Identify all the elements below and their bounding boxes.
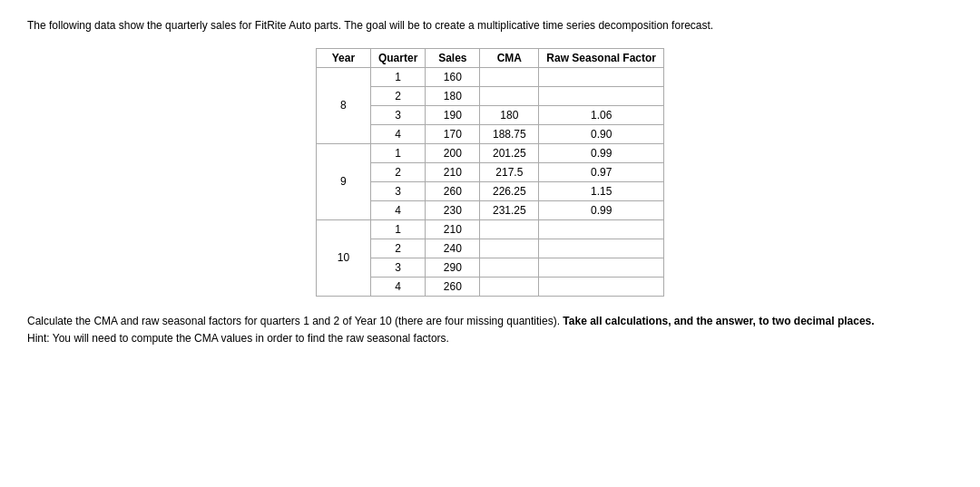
data-table: Year Quarter Sales CMA Raw Seasonal Fact…: [316, 48, 664, 297]
header-quarter: Quarter: [370, 48, 425, 67]
year-cell: 9: [316, 143, 370, 219]
sales-cell: 180: [426, 86, 480, 105]
quarter-cell: 3: [370, 181, 425, 200]
quarter-cell: 1: [370, 143, 425, 162]
table-container: Year Quarter Sales CMA Raw Seasonal Fact…: [27, 48, 953, 297]
cma-cell: 188.75: [480, 124, 539, 143]
rsf-cell: 1.06: [539, 105, 664, 124]
cma-cell: 180: [480, 105, 539, 124]
sales-cell: 240: [426, 239, 480, 258]
cma-cell: [480, 86, 539, 105]
cma-cell: 231.25: [480, 200, 539, 219]
footer-line2: Hint: You will need to compute the CMA v…: [27, 330, 953, 347]
cma-cell: [480, 67, 539, 86]
rsf-cell: [539, 239, 664, 258]
rsf-cell: [539, 258, 664, 277]
sales-cell: 160: [426, 67, 480, 86]
quarter-cell: 1: [370, 219, 425, 239]
table-row: 101210: [316, 219, 663, 239]
cma-cell: [480, 258, 539, 277]
sales-cell: 260: [426, 181, 480, 200]
year-cell: 10: [316, 219, 370, 296]
sales-cell: 210: [426, 219, 480, 239]
header-sales: Sales: [426, 48, 480, 67]
year-cell: 8: [316, 67, 370, 143]
header-year: Year: [316, 48, 370, 67]
quarter-cell: 4: [370, 277, 425, 296]
quarter-cell: 3: [370, 258, 425, 277]
intro-text: The following data show the quarterly sa…: [27, 18, 953, 34]
quarter-cell: 1: [370, 67, 425, 86]
quarter-cell: 4: [370, 200, 425, 219]
table-row: 81160: [316, 67, 663, 86]
quarter-cell: 2: [370, 86, 425, 105]
quarter-cell: 4: [370, 124, 425, 143]
rsf-cell: 0.99: [539, 143, 664, 162]
rsf-cell: [539, 277, 664, 296]
sales-cell: 260: [426, 277, 480, 296]
footer-text: Calculate the CMA and raw seasonal facto…: [27, 313, 953, 347]
table-row: 91200201.250.99: [316, 143, 663, 162]
cma-cell: [480, 239, 539, 258]
quarter-cell: 3: [370, 105, 425, 124]
rsf-cell: [539, 67, 664, 86]
rsf-cell: [539, 86, 664, 105]
header-rsf: Raw Seasonal Factor: [539, 48, 664, 67]
sales-cell: 230: [426, 200, 480, 219]
rsf-cell: 1.15: [539, 181, 664, 200]
sales-cell: 190: [426, 105, 480, 124]
cma-cell: 201.25: [480, 143, 539, 162]
sales-cell: 200: [426, 143, 480, 162]
sales-cell: 290: [426, 258, 480, 277]
quarter-cell: 2: [370, 239, 425, 258]
cma-cell: [480, 277, 539, 296]
rsf-cell: 0.97: [539, 162, 664, 181]
cma-cell: 217.5: [480, 162, 539, 181]
rsf-cell: 0.90: [539, 124, 664, 143]
footer-line1-bold: Take all calculations, and the answer, t…: [563, 315, 874, 327]
rsf-cell: [539, 219, 664, 239]
sales-cell: 210: [426, 162, 480, 181]
sales-cell: 170: [426, 124, 480, 143]
header-cma: CMA: [480, 48, 539, 67]
cma-cell: 226.25: [480, 181, 539, 200]
quarter-cell: 2: [370, 162, 425, 181]
rsf-cell: 0.99: [539, 200, 664, 219]
cma-cell: [480, 219, 539, 239]
footer-line1: Calculate the CMA and raw seasonal facto…: [27, 315, 560, 327]
